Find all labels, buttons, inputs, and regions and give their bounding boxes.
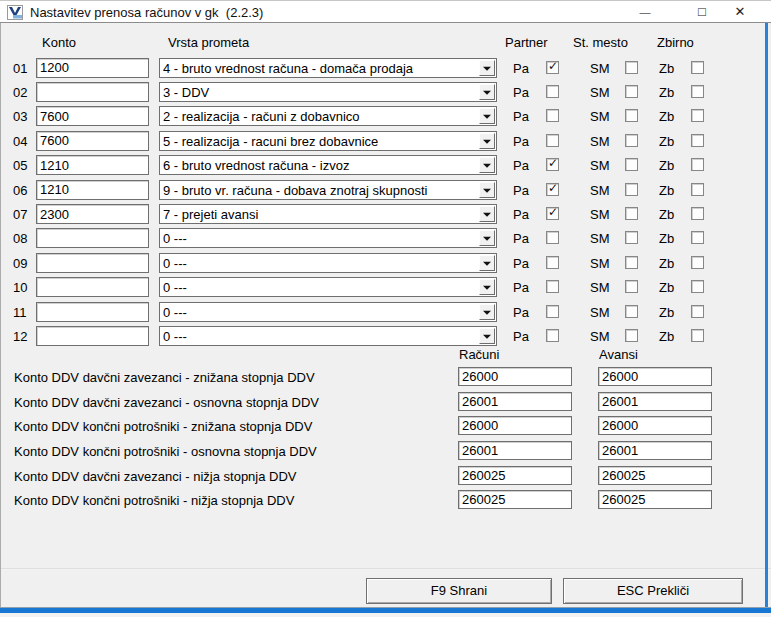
- pa-checkbox[interactable]: [546, 183, 559, 196]
- pa-checkbox[interactable]: [546, 256, 559, 269]
- pa-checkbox[interactable]: [546, 280, 559, 293]
- vrsta-prometa-select[interactable]: 0 ---: [159, 326, 497, 346]
- zb-checkbox[interactable]: [691, 134, 704, 147]
- pa-checkbox[interactable]: [546, 305, 559, 318]
- zb-label: Zb: [659, 158, 674, 173]
- zb-label: Zb: [659, 85, 674, 100]
- pa-checkbox[interactable]: [546, 231, 559, 244]
- konto-input[interactable]: [36, 302, 149, 322]
- dropdown-arrow-icon[interactable]: [479, 182, 495, 198]
- ddv-avansi-input[interactable]: [598, 490, 712, 509]
- konto-input[interactable]: [36, 228, 149, 248]
- dropdown-arrow-icon[interactable]: [479, 60, 495, 76]
- dropdown-arrow-icon[interactable]: [479, 304, 495, 320]
- save-button[interactable]: F9 Shrani: [366, 578, 552, 604]
- ddv-racuni-input[interactable]: [458, 466, 572, 485]
- konto-input[interactable]: [36, 58, 149, 78]
- sm-checkbox[interactable]: [625, 158, 638, 171]
- dropdown-arrow-icon[interactable]: [479, 279, 495, 295]
- zb-checkbox[interactable]: [691, 61, 704, 74]
- konto-input[interactable]: [36, 204, 149, 224]
- zb-checkbox[interactable]: [691, 183, 704, 196]
- dropdown-arrow-icon[interactable]: [479, 157, 495, 173]
- zb-label: Zb: [659, 256, 674, 271]
- zb-checkbox[interactable]: [691, 207, 704, 220]
- sm-checkbox[interactable]: [625, 183, 638, 196]
- dropdown-arrow-icon[interactable]: [479, 108, 495, 124]
- zb-checkbox[interactable]: [691, 256, 704, 269]
- konto-input[interactable]: [36, 82, 149, 102]
- pa-checkbox[interactable]: [546, 207, 559, 220]
- konto-input[interactable]: [36, 155, 149, 175]
- close-icon[interactable]: ✕: [730, 3, 750, 21]
- konto-input[interactable]: [36, 326, 149, 346]
- sm-checkbox[interactable]: [625, 61, 638, 74]
- sm-checkbox[interactable]: [625, 329, 638, 342]
- ddv-avansi-input[interactable]: [598, 392, 712, 411]
- vrsta-prometa-select[interactable]: 0 ---: [159, 253, 497, 273]
- vrsta-prometa-value: 4 - bruto vrednost računa - domača proda…: [163, 61, 413, 76]
- ddv-avansi-input[interactable]: [598, 367, 712, 386]
- ddv-row-label: Konto DDV davčni zavezanci - znižana sto…: [14, 370, 315, 385]
- vrsta-prometa-select[interactable]: 4 - bruto vrednost računa - domača proda…: [159, 58, 497, 78]
- vrsta-prometa-select[interactable]: 0 ---: [159, 277, 497, 297]
- vrsta-prometa-select[interactable]: 2 - realizacija - računi z dobavnico: [159, 106, 497, 126]
- zb-checkbox[interactable]: [691, 158, 704, 171]
- sm-checkbox[interactable]: [625, 207, 638, 220]
- pa-checkbox[interactable]: [546, 61, 559, 74]
- pa-checkbox[interactable]: [546, 329, 559, 342]
- dropdown-arrow-icon[interactable]: [479, 230, 495, 246]
- dropdown-arrow-icon[interactable]: [479, 206, 495, 222]
- pa-label: Pa: [513, 207, 529, 222]
- konto-input[interactable]: [36, 253, 149, 273]
- vrsta-prometa-select[interactable]: 0 ---: [159, 302, 497, 322]
- ddv-racuni-input[interactable]: [458, 367, 572, 386]
- maximize-icon[interactable]: □: [692, 3, 712, 21]
- zb-checkbox[interactable]: [691, 109, 704, 122]
- pa-checkbox[interactable]: [546, 85, 559, 98]
- row-number: 04: [13, 134, 27, 149]
- vrsta-prometa-select[interactable]: 9 - bruto vr. računa - dobava znotraj sk…: [159, 180, 497, 200]
- sm-checkbox[interactable]: [625, 305, 638, 318]
- sm-checkbox[interactable]: [625, 280, 638, 293]
- zb-checkbox[interactable]: [691, 85, 704, 98]
- vrsta-prometa-select[interactable]: 0 ---: [159, 228, 497, 248]
- pa-checkbox[interactable]: [546, 109, 559, 122]
- ddv-avansi-input[interactable]: [598, 441, 712, 460]
- sm-checkbox[interactable]: [625, 256, 638, 269]
- vrsta-prometa-select[interactable]: 5 - realizacija - racuni brez dobavnice: [159, 131, 497, 151]
- ddv-avansi-input[interactable]: [598, 416, 712, 435]
- ddv-avansi-input[interactable]: [598, 466, 712, 485]
- sm-checkbox[interactable]: [625, 134, 638, 147]
- dropdown-arrow-icon[interactable]: [479, 84, 495, 100]
- sm-checkbox[interactable]: [625, 109, 638, 122]
- minimize-icon[interactable]: —: [635, 3, 655, 21]
- sm-checkbox[interactable]: [625, 231, 638, 244]
- pa-checkbox[interactable]: [546, 134, 559, 147]
- dropdown-arrow-icon[interactable]: [479, 328, 495, 344]
- konto-input[interactable]: [36, 180, 149, 200]
- ddv-row-label: Konto DDV končni potrošniki - osnovna st…: [14, 444, 317, 459]
- row-number: 06: [13, 183, 27, 198]
- konto-input[interactable]: [36, 277, 149, 297]
- pa-checkbox[interactable]: [546, 158, 559, 171]
- zb-checkbox[interactable]: [691, 280, 704, 293]
- sm-checkbox[interactable]: [625, 85, 638, 98]
- konto-input[interactable]: [36, 106, 149, 126]
- ddv-racuni-input[interactable]: [458, 441, 572, 460]
- vrsta-prometa-select[interactable]: 7 - prejeti avansi: [159, 204, 497, 224]
- zb-checkbox[interactable]: [691, 305, 704, 318]
- table-row: 07 7 - prejeti avansi Pa SM Zb: [0, 204, 771, 225]
- zb-checkbox[interactable]: [691, 329, 704, 342]
- konto-input[interactable]: [36, 131, 149, 151]
- zb-checkbox[interactable]: [691, 231, 704, 244]
- ddv-racuni-input[interactable]: [458, 490, 572, 509]
- table-row: 09 0 --- Pa SM Zb: [0, 253, 771, 274]
- vrsta-prometa-select[interactable]: 6 - bruto vrednost računa - izvoz: [159, 155, 497, 175]
- cancel-button[interactable]: ESC Prekliči: [563, 578, 743, 604]
- vrsta-prometa-select[interactable]: 3 - DDV: [159, 82, 497, 102]
- ddv-racuni-input[interactable]: [458, 416, 572, 435]
- dropdown-arrow-icon[interactable]: [479, 133, 495, 149]
- ddv-racuni-input[interactable]: [458, 392, 572, 411]
- dropdown-arrow-icon[interactable]: [479, 255, 495, 271]
